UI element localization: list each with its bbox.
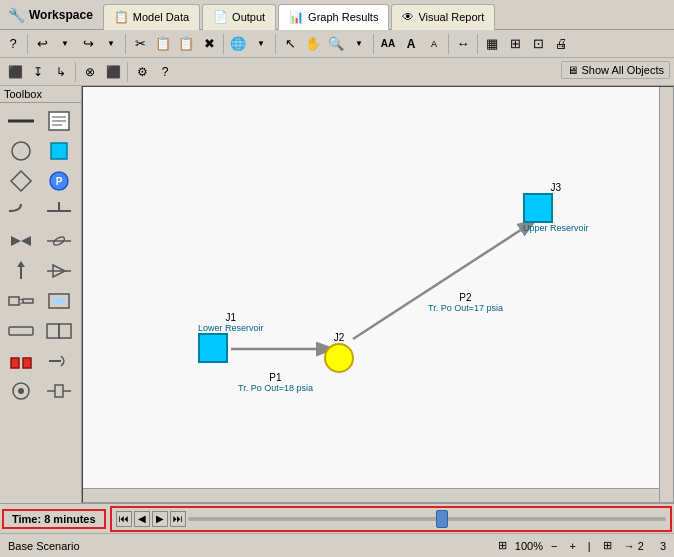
grid-btn[interactable]: ▦: [481, 33, 503, 55]
toolbox-items: P: [0, 103, 81, 409]
toolbox-junction[interactable]: [4, 137, 38, 165]
toolbox-tank[interactable]: [42, 137, 76, 165]
sep8: [75, 62, 76, 82]
toolbox-reducer[interactable]: [4, 287, 38, 315]
pan-btn[interactable]: ✋: [302, 33, 324, 55]
zoom-btn[interactable]: 🔍: [325, 33, 347, 55]
toolbox-arrow-up[interactable]: [4, 257, 38, 285]
redo-btn[interactable]: ↪: [77, 33, 99, 55]
toolbox-spray[interactable]: [42, 347, 76, 375]
tool2-btn6[interactable]: ⚙: [131, 61, 153, 83]
svg-rect-24: [9, 327, 33, 335]
svg-rect-28: [23, 358, 31, 368]
toolbar2: ⬛ ↧ ↳ ⊗ ⬛ ⚙ ? 🖥 Show All Objects: [0, 58, 674, 86]
toolbox-pump[interactable]: P: [42, 167, 76, 195]
svg-rect-26: [59, 324, 71, 338]
globe-btn[interactable]: 🌐: [227, 33, 249, 55]
svg-rect-23: [53, 298, 65, 304]
svg-rect-34: [55, 385, 63, 397]
grid2-btn[interactable]: ⊞: [504, 33, 526, 55]
vertical-scrollbar[interactable]: [659, 87, 673, 502]
app-title-label: Workspace: [29, 8, 93, 22]
tool2-btn3[interactable]: ↳: [50, 61, 72, 83]
tab-bar: 🔧 Workspace 📋 Model Data 📄 Output 📊 Grap…: [0, 0, 674, 30]
show-all-icon: 🖥: [567, 64, 578, 76]
toolbox-panel: Toolbox P: [0, 86, 82, 503]
toolbox-xvalve[interactable]: [42, 227, 76, 255]
paste-btn[interactable]: 📋: [175, 33, 197, 55]
node-j3-id: J3: [523, 182, 589, 193]
tab-output[interactable]: 📄 Output: [202, 4, 276, 30]
select-btn[interactable]: ↖: [279, 33, 301, 55]
toolbox-diamond[interactable]: [4, 167, 38, 195]
svg-point-31: [18, 388, 24, 394]
text-a-large-btn[interactable]: A: [400, 33, 422, 55]
redo-arrow[interactable]: ▼: [100, 33, 122, 55]
slider-thumb[interactable]: [436, 510, 448, 528]
zoom-arrow[interactable]: ▼: [348, 33, 370, 55]
toolbox-annulus[interactable]: [4, 377, 38, 405]
text-a-small-btn[interactable]: A: [423, 33, 445, 55]
grid3-btn[interactable]: ⊡: [527, 33, 549, 55]
toolbox-flow1[interactable]: [4, 317, 38, 345]
tab-graph-results[interactable]: 📊 Graph Results: [278, 4, 389, 30]
node-j3-label: Upper Reservoir: [523, 223, 589, 233]
node-j2-circle[interactable]: [324, 343, 354, 373]
slider-first-btn[interactable]: ⏮: [116, 511, 132, 527]
help-btn[interactable]: ?: [2, 33, 24, 55]
toolbox-flow2[interactable]: [42, 317, 76, 345]
cut-btn[interactable]: ✂: [129, 33, 151, 55]
horizontal-scrollbar[interactable]: [83, 488, 659, 502]
undo-arrow[interactable]: ▼: [54, 33, 76, 55]
text-aa-btn[interactable]: AA: [377, 33, 399, 55]
node-j2[interactable]: J2: [324, 332, 354, 373]
tool2-btn1[interactable]: ⬛: [4, 61, 26, 83]
undo-btn[interactable]: ↩: [31, 33, 53, 55]
flip-btn[interactable]: ↔: [452, 33, 474, 55]
toolbox-title: Toolbox: [0, 86, 81, 103]
toolbox-fire[interactable]: [4, 347, 38, 375]
pipe-p2-label: P2 Tr. Po Out=17 psia: [428, 292, 503, 313]
toolbox-compressor[interactable]: [42, 377, 76, 405]
toolbox-tee[interactable]: [42, 197, 76, 225]
sep7: [477, 34, 478, 54]
slider-next-btn[interactable]: ▶: [152, 511, 168, 527]
show-all-label: Show All Objects: [581, 64, 664, 76]
show-all-objects-btn[interactable]: 🖥 Show All Objects: [561, 61, 670, 79]
zoom-plus[interactable]: +: [569, 540, 575, 552]
toolbox-pipe[interactable]: [4, 107, 38, 135]
node-j1-box[interactable]: [198, 333, 228, 363]
delete-btn[interactable]: ✖: [198, 33, 220, 55]
slider-track[interactable]: [188, 517, 666, 521]
pipe-p2-id: P2: [428, 292, 503, 303]
toolbox-reservoir[interactable]: [42, 287, 76, 315]
canvas-area[interactable]: J3 Upper Reservoir J2 J1 Lower Reservoir…: [82, 86, 674, 503]
slider-prev-btn[interactable]: ◀: [134, 511, 150, 527]
svg-rect-6: [51, 143, 67, 159]
slider-container[interactable]: ⏮ ◀ ▶ ⏭: [110, 506, 672, 532]
tab-model-data[interactable]: 📋 Model Data: [103, 4, 200, 30]
tool2-btn2[interactable]: ↧: [27, 61, 49, 83]
slider-last-btn[interactable]: ⏭: [170, 511, 186, 527]
tool2-btn7[interactable]: ?: [154, 61, 176, 83]
copy-btn[interactable]: 📋: [152, 33, 174, 55]
toolbox-bowtie[interactable]: [42, 257, 76, 285]
node-j1[interactable]: J1 Lower Reservoir: [198, 312, 264, 363]
node-j3-box[interactable]: [523, 193, 553, 223]
print-btn[interactable]: 🖨: [550, 33, 572, 55]
toolbox-valve[interactable]: [4, 227, 38, 255]
sep3: [223, 34, 224, 54]
tool2-btn4[interactable]: ⊗: [79, 61, 101, 83]
tab-visual-report[interactable]: 👁 Visual Report: [391, 4, 495, 30]
svg-line-36: [353, 222, 533, 339]
tool2-btn5[interactable]: ⬛: [102, 61, 124, 83]
svg-rect-18: [9, 297, 19, 305]
toolbox-bend[interactable]: [4, 197, 38, 225]
sep4: [275, 34, 276, 54]
tab-output-label: Output: [232, 11, 265, 23]
node-j1-id: J1: [198, 312, 264, 323]
toolbox-notes[interactable]: [42, 107, 76, 135]
zoom-minus[interactable]: −: [551, 540, 557, 552]
node-j3[interactable]: J3 Upper Reservoir: [523, 182, 589, 233]
globe-arrow[interactable]: ▼: [250, 33, 272, 55]
